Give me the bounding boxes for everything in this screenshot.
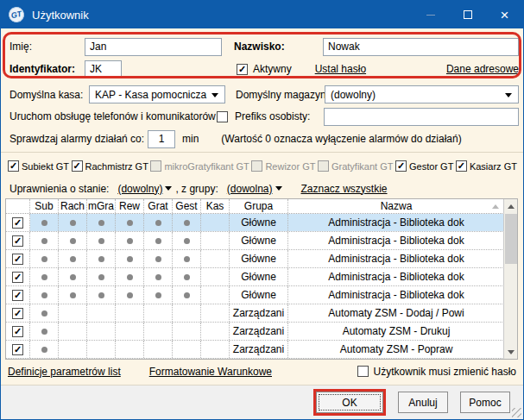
permission-dot-icon — [184, 256, 190, 262]
row-checkbox[interactable]: ✓ — [12, 344, 23, 355]
identifier-input[interactable] — [85, 60, 122, 78]
column-header-mGra[interactable]: mGra — [87, 199, 116, 213]
permission-dot-icon — [184, 274, 190, 280]
last-name-label: Nazwisko: — [234, 41, 323, 53]
column-header-Rew[interactable]: Rew — [116, 199, 144, 213]
permission-cell — [173, 304, 201, 322]
group-cell: Zarządzani — [230, 304, 288, 322]
maximize-button[interactable] — [449, 1, 486, 28]
permission-cell — [173, 214, 201, 231]
column-header-Gest[interactable]: Gest — [173, 199, 201, 213]
personal-prefix-input[interactable] — [324, 108, 519, 126]
permission-cell — [144, 214, 173, 231]
list-parameters-link[interactable]: Definicje parametrów list — [8, 366, 121, 378]
product-checkbox-item: mikroGratyfikant GT — [150, 160, 249, 172]
column-header-check[interactable] — [6, 199, 30, 213]
dropdown-arrow-icon — [211, 93, 218, 97]
sort-ascending-icon — [492, 204, 499, 209]
table-row[interactable]: ✓GłówneAdministracja - Biblioteka dok — [6, 214, 504, 232]
dialog-body: Imię: Nazwisko: Identyfikator: ✓ Aktywny… — [1, 28, 523, 385]
column-header-Nazwa[interactable]: Nazwa — [288, 199, 504, 213]
product-label: Rachmistrz GT — [85, 161, 148, 172]
window-title: Użytkownik — [32, 9, 89, 22]
row-checkbox[interactable]: ✓ — [12, 290, 23, 301]
close-button[interactable]: × — [486, 1, 523, 28]
table-row[interactable]: ✓ZarządzaniAutomaty ZSM - Popraw — [6, 341, 504, 359]
first-name-input[interactable] — [85, 38, 222, 56]
row-checkbox[interactable]: ✓ — [12, 272, 23, 283]
scroll-up-button[interactable] — [504, 199, 517, 213]
permission-dot-icon — [98, 220, 104, 226]
default-warehouse-dropdown[interactable]: (dowolny) — [325, 85, 519, 103]
state-filter-link[interactable]: (dowolny) — [117, 183, 162, 195]
group-cell: Główne — [230, 268, 288, 285]
permission-cell — [30, 232, 59, 249]
phone-support-checkbox[interactable] — [217, 111, 228, 122]
vertical-scrollbar[interactable] — [503, 199, 517, 359]
set-password-link[interactable]: Ustal hasło — [315, 63, 366, 75]
permission-dot-icon — [70, 274, 76, 280]
help-button[interactable]: Pomoc — [460, 392, 510, 413]
table-row[interactable]: ✓ZarządzaniAutomaty ZSM - Dodaj / Powi — [6, 304, 504, 323]
row-checkbox[interactable]: ✓ — [12, 217, 23, 229]
permission-cell — [59, 214, 87, 231]
column-header-Grat[interactable]: Grat — [144, 199, 173, 213]
permission-cell — [30, 323, 59, 340]
address-data-link[interactable]: Dane adresowe — [446, 63, 519, 75]
active-label: Aktywny — [253, 63, 292, 75]
product-checkbox-item[interactable]: ✓Subiekt GT — [8, 160, 69, 172]
row-checkbox[interactable]: ✓ — [12, 326, 23, 337]
permission-cell — [30, 286, 59, 304]
table-row[interactable]: ✓GłówneAdministracja - Biblioteka dok — [6, 286, 504, 304]
must-change-password-checkbox[interactable] — [357, 366, 369, 377]
cancel-button[interactable]: Anuluj — [398, 392, 448, 413]
permission-dot-icon — [70, 220, 76, 226]
product-checkbox-item[interactable]: ✓Rachmistrz GT — [72, 160, 148, 172]
table-row[interactable]: ✓GłówneAdministracja - Biblioteka dok — [6, 250, 504, 268]
conditional-formatting-link[interactable]: Formatowanie Warunkowe — [149, 366, 272, 378]
resize-grip[interactable] — [512, 408, 521, 417]
permission-dot-icon — [41, 329, 47, 335]
permission-cell — [201, 323, 230, 340]
permission-cell — [30, 341, 59, 358]
product-checkbox[interactable]: ✓ — [72, 160, 83, 172]
product-checkbox[interactable]: ✓ — [8, 160, 19, 172]
product-checkbox-item[interactable]: ✓Gestor GT — [395, 160, 453, 172]
column-header-Kas[interactable]: Kas — [201, 199, 230, 213]
permission-cell — [87, 323, 116, 340]
product-label: Gestor GT — [409, 161, 453, 172]
active-checkbox[interactable]: ✓ — [237, 64, 248, 75]
personal-prefix-label: Prefiks osobisty: — [235, 110, 324, 122]
ok-button[interactable]: OK — [316, 392, 383, 413]
row-checkbox[interactable]: ✓ — [12, 308, 23, 319]
product-checkbox[interactable]: ✓ — [395, 160, 407, 172]
permission-dot-icon — [127, 292, 133, 298]
scroll-down-button[interactable] — [504, 345, 517, 359]
table-row[interactable]: ✓GłówneAdministracja - Biblioteka dok — [6, 232, 504, 250]
titlebar[interactable]: GT Użytkownik × — [1, 1, 523, 28]
row-checkbox[interactable]: ✓ — [12, 235, 23, 247]
alarm-interval-input[interactable] — [148, 130, 175, 148]
product-checkbox-item[interactable]: ✓Kasiarz GT — [456, 160, 517, 172]
product-checkbox[interactable]: ✓ — [456, 160, 467, 172]
row-checkbox-cell: ✓ — [6, 214, 30, 231]
scrollbar-thumb[interactable] — [505, 214, 517, 264]
last-name-input[interactable] — [323, 38, 519, 56]
table-row[interactable]: ✓GłówneAdministracja - Biblioteka dok — [6, 268, 504, 286]
close-icon: × — [501, 8, 509, 22]
column-header-Rach[interactable]: Rach — [59, 199, 87, 213]
name-cell: Administracja - Biblioteka dok — [288, 286, 504, 304]
select-all-link[interactable]: Zaznacz wszystkie — [301, 183, 388, 195]
permission-cell — [87, 304, 116, 322]
column-header-Sub[interactable]: Sub — [30, 199, 59, 213]
group-cell: Główne — [230, 250, 288, 267]
alarm-unit-label: min — [182, 133, 199, 145]
row-checkbox[interactable]: ✓ — [12, 254, 23, 265]
table-row[interactable]: ✓ZarządzaniAutomaty ZSM - Drukuj — [6, 323, 504, 341]
column-header-Grupa[interactable]: Grupa — [230, 199, 288, 213]
product-checkbox — [251, 160, 262, 172]
permission-cell — [173, 268, 201, 285]
default-cash-dropdown[interactable]: KAP - Kasa pomocnicza — [89, 85, 225, 103]
group-filter-link[interactable]: (dowolna) — [227, 183, 273, 195]
permission-cell — [116, 232, 144, 249]
